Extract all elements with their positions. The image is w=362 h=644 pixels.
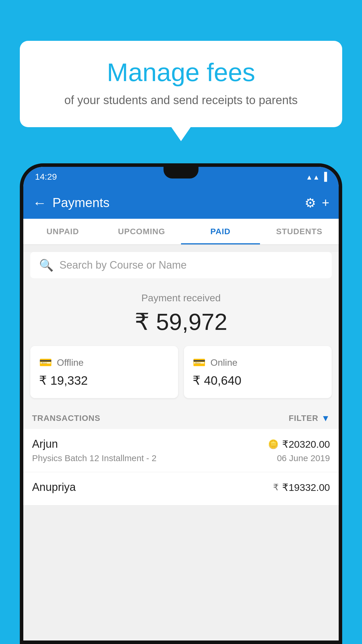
phone-frame: 14:29 ▴ ▴ ▐ ← Payments ⚙ + UNPAID UPCOMI… — [20, 163, 342, 644]
notch — [164, 167, 198, 178]
tab-paid[interactable]: PAID — [181, 219, 260, 244]
gear-icon[interactable]: ⚙ — [305, 195, 316, 210]
plus-icon[interactable]: + — [322, 195, 329, 210]
transaction-bottom-1: Physics Batch 12 Installment - 2 06 June… — [32, 453, 330, 463]
transaction-date-1: 06 June 2019 — [277, 453, 330, 463]
content-area: 🔍 Search by Course or Name Payment recei… — [23, 252, 339, 505]
phone-inner: 14:29 ▴ ▴ ▐ ← Payments ⚙ + UNPAID UPCOMI… — [23, 167, 339, 640]
transaction-amount-row-2: ₹ ₹19332.00 — [273, 482, 330, 493]
signal-icon: ▴ — [314, 172, 318, 182]
transaction-top-1: Arjun 🪙 ₹20320.00 — [32, 438, 330, 450]
search-icon: 🔍 — [39, 258, 54, 272]
search-container[interactable]: 🔍 Search by Course or Name — [30, 252, 332, 278]
online-label: Online — [210, 357, 238, 368]
search-input[interactable]: Search by Course or Name — [59, 259, 187, 271]
app-bar-title: Payments — [52, 195, 299, 210]
filter-icon: ▼ — [321, 413, 330, 423]
payment-received-label: Payment received — [30, 292, 332, 304]
transaction-desc-1: Physics Batch 12 Installment - 2 — [32, 453, 157, 463]
speech-bubble: Manage fees of your students and send re… — [20, 41, 342, 127]
transaction-amount-2: ₹19332.00 — [282, 482, 330, 493]
payment-received-section: Payment received ₹ 59,972 — [23, 278, 339, 346]
battery-icon: ▐ — [321, 172, 327, 181]
bubble-subtitle: of your students and send receipts to pa… — [43, 94, 319, 107]
tabs: UNPAID UPCOMING PAID STUDENTS — [23, 219, 339, 245]
offline-icon: 💳 — [39, 356, 52, 369]
filter-container[interactable]: FILTER ▼ — [289, 413, 330, 423]
card-icon-1: 🪙 — [268, 439, 279, 449]
online-icon: 💳 — [193, 356, 206, 369]
transaction-amount-row-1: 🪙 ₹20320.00 — [268, 438, 330, 450]
cards-row: 💳 Offline ₹ 19,332 💳 Online ₹ 40,640 — [23, 346, 339, 407]
online-amount: ₹ 40,640 — [193, 373, 323, 388]
offline-label: Offline — [57, 357, 84, 368]
wifi-icon: ▴ — [307, 172, 311, 182]
tab-upcoming[interactable]: UPCOMING — [102, 219, 181, 244]
offline-card-header: 💳 Offline — [39, 356, 169, 369]
offline-amount: ₹ 19,332 — [39, 373, 169, 388]
rupee-icon-2: ₹ — [273, 482, 279, 492]
tab-unpaid[interactable]: UNPAID — [23, 219, 102, 244]
online-card-header: 💳 Online — [193, 356, 323, 369]
transaction-top-2: Anupriya ₹ ₹19332.00 — [32, 481, 330, 494]
tab-students[interactable]: STUDENTS — [260, 219, 339, 244]
transaction-row-2[interactable]: Anupriya ₹ ₹19332.00 — [23, 472, 339, 505]
speech-bubble-container: Manage fees of your students and send re… — [20, 41, 342, 127]
back-button[interactable]: ← — [33, 195, 47, 211]
status-bar: 14:29 ▴ ▴ ▐ — [23, 167, 339, 187]
transaction-row[interactable]: Arjun 🪙 ₹20320.00 Physics Batch 12 Insta… — [23, 429, 339, 472]
status-time: 14:29 — [35, 172, 57, 182]
status-icons: ▴ ▴ ▐ — [307, 172, 327, 182]
transaction-name-1: Arjun — [32, 438, 58, 450]
offline-card: 💳 Offline ₹ 19,332 — [30, 346, 178, 398]
online-card: 💳 Online ₹ 40,640 — [184, 346, 332, 398]
transaction-amount-1: ₹20320.00 — [282, 438, 330, 450]
filter-label: FILTER — [289, 414, 318, 423]
transactions-label: TRANSACTIONS — [32, 414, 100, 423]
transactions-header: TRANSACTIONS FILTER ▼ — [23, 407, 339, 429]
transaction-name-2: Anupriya — [32, 481, 76, 494]
bubble-title: Manage fees — [43, 58, 319, 87]
payment-received-amount: ₹ 59,972 — [30, 308, 332, 335]
app-bar: ← Payments ⚙ + — [23, 187, 339, 219]
